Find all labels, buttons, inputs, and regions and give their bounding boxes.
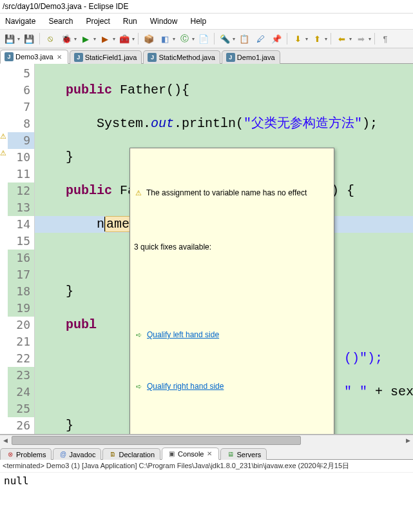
pin-icon[interactable]: 📌 bbox=[269, 32, 283, 46]
code-text bbox=[35, 183, 66, 198]
tab-javadoc[interactable]: @ Javadoc bbox=[53, 448, 101, 460]
menu-search[interactable]: Search bbox=[43, 15, 78, 28]
declaration-icon: 🗎 bbox=[108, 450, 117, 458]
warning-marker-icon[interactable]: ⚠ bbox=[0, 132, 8, 140]
code-highlight: ame bbox=[105, 216, 131, 232]
bottom-tab-bar: ⊗ Problems @ Javadoc 🗎 Declaration ▣ Con… bbox=[0, 445, 413, 460]
code-keyword: public bbox=[66, 83, 112, 97]
new-class-icon[interactable]: Ⓒ bbox=[177, 32, 191, 46]
code-keyword: publ bbox=[66, 317, 97, 332]
console-output[interactable]: null bbox=[0, 473, 413, 532]
save-icon[interactable]: 💾 bbox=[3, 32, 17, 46]
forward-icon[interactable]: ➡ bbox=[354, 32, 368, 46]
open-task-icon[interactable]: 📋 bbox=[237, 32, 251, 46]
dropdown-icon[interactable]: ▾ bbox=[233, 36, 235, 42]
tab-console[interactable]: ▣ Console ✕ bbox=[162, 448, 219, 460]
toggle-mark-icon[interactable]: 🖊 bbox=[253, 32, 267, 46]
quickfix-tooltip[interactable]: ⚠ The assignment to variable name has no… bbox=[130, 148, 334, 434]
menu-bar: Navigate Search Project Run Window Help bbox=[0, 14, 413, 30]
tab-label: Demo3.java bbox=[15, 53, 53, 61]
separator bbox=[138, 33, 139, 44]
code-text: System. bbox=[97, 116, 151, 131]
dropdown-icon[interactable]: ▾ bbox=[305, 36, 308, 42]
quickfix-item[interactable]: ➪ Qualify right hand side bbox=[134, 377, 330, 395]
warning-icon: ⚠ bbox=[134, 188, 143, 197]
menu-window[interactable]: Window bbox=[145, 15, 183, 28]
code-string: ()"); bbox=[344, 351, 383, 366]
tab-label: Javadoc bbox=[69, 451, 95, 458]
menu-project[interactable]: Project bbox=[81, 15, 115, 28]
dropdown-icon[interactable]: ▾ bbox=[17, 36, 20, 42]
quickfix-link[interactable]: Configure problem severity bbox=[147, 429, 239, 434]
console-icon: ▣ bbox=[168, 449, 176, 458]
coverage-icon[interactable]: ▶ bbox=[98, 32, 112, 46]
code-string: "父类无参构造方法" bbox=[244, 116, 362, 131]
tooltip-subtitle: 3 quick fixes available: bbox=[130, 237, 334, 257]
warning-marker-icon[interactable]: ⚠ bbox=[0, 149, 8, 157]
menu-navigate[interactable]: Navigate bbox=[0, 15, 41, 28]
code-text: } bbox=[66, 284, 73, 299]
tooltip-fix-list: ➪ Qualify left hand side ➪ Qualify right… bbox=[130, 290, 334, 434]
line-number-gutter[interactable]: 5 6 7 8 9 10 11 12 13 14 15 16 17 18 19 … bbox=[8, 64, 35, 434]
marker-strip: ⚠ ⚠ bbox=[0, 64, 8, 434]
run-external-icon[interactable]: 🧰 bbox=[117, 32, 131, 46]
tab-demo3[interactable]: J Demo3.java ✕ bbox=[0, 50, 68, 64]
code-area[interactable]: public Father(){ System.out.println("父类无… bbox=[35, 64, 413, 434]
new-type-icon[interactable]: ◧ bbox=[158, 32, 172, 46]
toolbar: 💾▾ 💾 ⦸ 🐞▾ ▶▾ ▶▾ 🧰▾ 📦 ◧▾ Ⓒ▾ 📄 🔦▾ 📋 🖊 📌 ⬇▾… bbox=[0, 30, 413, 48]
new-package-icon[interactable]: 📦 bbox=[142, 32, 156, 46]
open-type-icon[interactable]: 📄 bbox=[197, 32, 211, 46]
tab-declaration[interactable]: 🗎 Declaration bbox=[102, 448, 160, 460]
code-field: out bbox=[151, 116, 174, 131]
code-text: } bbox=[66, 418, 73, 433]
quickfix-item[interactable]: ⚙ Configure problem severity bbox=[134, 429, 330, 434]
dropdown-icon[interactable]: ▾ bbox=[93, 36, 96, 42]
scrollbar-thumb[interactable] bbox=[12, 436, 301, 445]
quickfix-link[interactable]: Qualify right hand side bbox=[147, 378, 224, 395]
scroll-right-icon[interactable]: ▶ bbox=[403, 437, 413, 444]
dropdown-icon[interactable]: ▾ bbox=[74, 36, 77, 42]
scroll-left-icon[interactable]: ◀ bbox=[0, 437, 10, 444]
prev-annotation-icon[interactable]: ⬆ bbox=[310, 32, 324, 46]
editor-horizontal-scrollbar[interactable]: ◀ ▶ bbox=[0, 435, 413, 445]
dropdown-icon[interactable]: ▾ bbox=[369, 36, 371, 42]
dropdown-icon[interactable]: ▾ bbox=[192, 36, 195, 42]
code-text bbox=[35, 217, 97, 232]
menu-help[interactable]: Help bbox=[185, 15, 211, 28]
close-icon[interactable]: ✕ bbox=[206, 450, 213, 458]
code-text bbox=[35, 317, 66, 332]
dropdown-icon[interactable]: ▾ bbox=[173, 36, 175, 42]
editor: ⚠ ⚠ 5 6 7 8 9 10 11 12 13 14 15 16 17 18… bbox=[0, 64, 413, 435]
paragraph-icon[interactable]: ¶ bbox=[378, 32, 392, 46]
tab-staticfield1[interactable]: J StaticField1.java bbox=[70, 50, 142, 64]
tab-label: Demo1.java bbox=[237, 54, 275, 61]
window-title: /src/day10/Demo3.java - Eclipse IDE bbox=[0, 0, 413, 14]
quickfix-item[interactable]: ➪ Qualify left hand side bbox=[134, 326, 330, 344]
code-text bbox=[35, 150, 66, 164]
separator bbox=[39, 33, 40, 44]
dropdown-icon[interactable]: ▾ bbox=[132, 36, 135, 42]
code-string: " " bbox=[344, 384, 367, 399]
run-icon[interactable]: ▶ bbox=[79, 32, 93, 46]
separator bbox=[331, 33, 331, 44]
tab-label: Servers bbox=[236, 451, 261, 458]
dropdown-icon[interactable]: ▾ bbox=[349, 36, 352, 42]
save-all-icon[interactable]: 💾 bbox=[22, 32, 36, 46]
search-icon[interactable]: 🔦 bbox=[218, 32, 232, 46]
tab-staticmethod[interactable]: J StaticMethod.java bbox=[143, 50, 220, 64]
next-annotation-icon[interactable]: ⬇ bbox=[291, 32, 305, 46]
quickfix-link[interactable]: Qualify left hand side bbox=[147, 326, 219, 343]
skip-breakpoints-icon[interactable]: ⦸ bbox=[43, 32, 57, 46]
menu-run[interactable]: Run bbox=[118, 15, 142, 28]
tab-demo1[interactable]: J Demo1.java bbox=[222, 50, 280, 64]
dropdown-icon[interactable]: ▾ bbox=[325, 36, 327, 42]
dropdown-icon[interactable]: ▾ bbox=[113, 36, 115, 42]
tab-label: StaticField1.java bbox=[85, 54, 137, 61]
debug-icon[interactable]: 🐞 bbox=[59, 32, 73, 46]
configure-icon: ⚙ bbox=[134, 433, 143, 434]
java-file-icon: J bbox=[148, 53, 157, 62]
tab-servers[interactable]: 🖥 Servers bbox=[220, 448, 267, 460]
tab-problems[interactable]: ⊗ Problems bbox=[0, 448, 52, 460]
back-icon[interactable]: ⬅ bbox=[334, 32, 349, 46]
close-icon[interactable]: ✕ bbox=[55, 53, 63, 61]
